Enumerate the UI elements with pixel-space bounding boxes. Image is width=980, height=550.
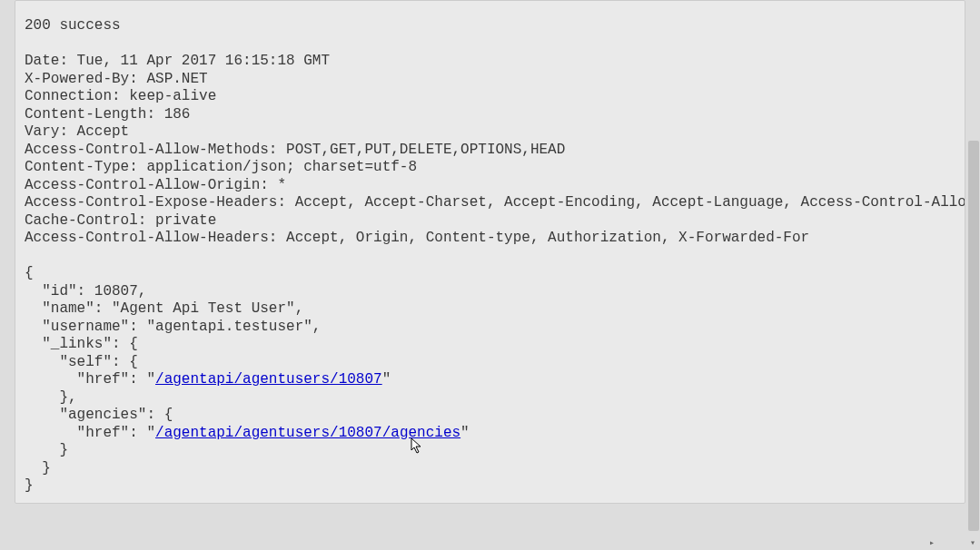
json-self-href-pre: "href": "	[25, 371, 155, 388]
header-ac-allow-methods: Access-Control-Allow-Methods: POST,GET,P…	[25, 142, 565, 158]
vertical-scrollbar-thumb[interactable]	[968, 141, 979, 531]
scroll-down-icon[interactable]: ▾	[967, 538, 978, 549]
header-ac-allow-headers: Access-Control-Allow-Headers: Accept, Or…	[25, 230, 809, 246]
header-connection: Connection: keep-alive	[25, 88, 216, 104]
json-agencies-href-pre: "href": "	[25, 425, 155, 441]
header-ac-expose-headers: Access-Control-Expose-Headers: Accept, A…	[25, 194, 965, 211]
vertical-scrollbar[interactable]	[967, 0, 980, 550]
json-agencies-href-post: "	[460, 425, 470, 441]
json-open-brace: {	[25, 265, 34, 281]
json-id: "id": 10807,	[25, 283, 146, 300]
header-vary: Vary: Accept	[25, 123, 129, 140]
json-links-open: "_links": {	[25, 336, 138, 352]
json-agencies-open: "agencies": {	[25, 407, 173, 423]
header-content-length: Content-Length: 186	[25, 106, 190, 123]
response-panel: 200 success Date: Tue, 11 Apr 2017 16:15…	[15, 0, 965, 504]
header-date: Date: Tue, 11 Apr 2017 16:15:18 GMT	[25, 53, 330, 69]
json-self-open: "self": {	[25, 354, 138, 370]
self-link[interactable]: /agentapi/agentusers/10807	[155, 371, 382, 388]
header-cache-control: Cache-Control: private	[25, 212, 216, 229]
json-username: "username": "agentapi.testuser",	[25, 319, 321, 335]
json-links-close: }	[25, 460, 51, 476]
header-powered-by: X-Powered-By: ASP.NET	[25, 71, 208, 87]
status-line: 200 success	[25, 17, 121, 34]
json-agencies-close: }	[25, 442, 68, 458]
header-content-type: Content-Type: application/json; charset=…	[25, 159, 417, 175]
header-ac-allow-origin: Access-Control-Allow-Origin: *	[25, 177, 286, 193]
scroll-right-icon[interactable]: ▸	[926, 538, 938, 549]
horizontal-scrollbar[interactable]: ▸	[15, 537, 953, 550]
json-self-href-post: "	[382, 371, 391, 388]
json-close-brace: }	[25, 477, 34, 494]
agencies-link[interactable]: /agentapi/agentusers/10807/agencies	[155, 425, 460, 441]
json-name: "name": "Agent Api Test User",	[25, 300, 303, 317]
response-content: 200 success Date: Tue, 11 Apr 2017 16:15…	[25, 17, 955, 496]
json-self-close: },	[25, 389, 77, 406]
